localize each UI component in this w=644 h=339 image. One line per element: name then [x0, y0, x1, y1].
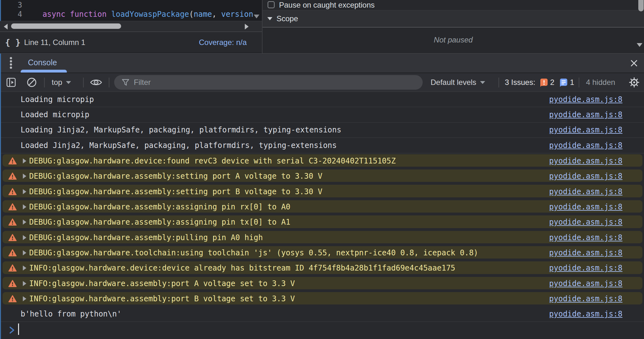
scrollbar-left-arrow[interactable] [4, 24, 8, 29]
console-message-text: Loading micropip [21, 95, 94, 104]
console-tab-bar: Console [0, 54, 644, 73]
source-location-link[interactable]: pyodide.asm.js:8 [549, 157, 622, 165]
issue-message-count: 1 [570, 78, 574, 87]
console-message-row[interactable]: DEBUG:glasgow.hardware.assembly:setting … [0, 169, 644, 184]
expand-arrow-icon[interactable] [23, 235, 26, 240]
console-message-row[interactable]: DEBUG:glasgow.hardware.assembly:assignin… [0, 214, 644, 230]
scrollbar-right-arrow[interactable] [245, 24, 249, 29]
warning-icon [8, 295, 17, 303]
source-location-link[interactable]: pyodide.asm.js:8 [549, 233, 622, 242]
create-live-expression-button[interactable] [90, 73, 102, 92]
issues-counter[interactable]: 3 Issues: 2 1 [505, 73, 574, 92]
hidden-messages-counter: 4 hidden [586, 73, 615, 92]
console-message-row[interactable]: DEBUG:glasgow.hardware.device:found revC… [0, 153, 644, 169]
coverage-link[interactable]: Coverage: n/a [199, 38, 247, 47]
javascript-context-selector[interactable]: top [52, 73, 71, 92]
console-message-text: Loaded Jinja2, MarkupSafe, packaging, pl… [21, 141, 337, 150]
console-message-text: INFO:glasgow.hardware.assembly:port B vo… [29, 294, 295, 303]
pretty-print-icon[interactable]: { } [5, 37, 21, 47]
tab-console[interactable]: Console [21, 54, 67, 73]
source-location-link[interactable]: pyodide.asm.js:8 [549, 310, 622, 318]
more-options-icon[interactable] [10, 57, 12, 69]
editor-horizontal-scrollbar[interactable] [0, 21, 262, 32]
console-prompt[interactable] [0, 322, 644, 338]
console-message-text: DEBUG:glasgow.hardware.toolchain:using t… [29, 248, 478, 257]
sidebar-scrollbar-down-arrow[interactable] [637, 43, 642, 47]
source-location-link[interactable]: pyodide.asm.js:8 [549, 125, 622, 134]
filter-field[interactable] [114, 75, 423, 90]
source-location-link[interactable]: pyodide.asm.js:8 [549, 187, 622, 196]
console-messages: Loading micropip pyodide.asm.js:8 Loaded… [0, 92, 644, 339]
scope-section-header[interactable]: Scope [263, 10, 644, 28]
log-levels-label: Default levels [431, 78, 476, 87]
console-message-row[interactable]: b'hello from python\n' pyodide.asm.js:8 [0, 306, 644, 322]
editor-focus-edge [0, 0, 1, 21]
chevron-down-icon [267, 17, 272, 20]
code-line-text: async function loadYowaspPackage(name, v… [33, 10, 253, 19]
code-line-3: 3 [0, 0, 22, 10]
clear-console-button[interactable] [27, 73, 37, 92]
source-location-link[interactable]: pyodide.asm.js:8 [549, 95, 622, 104]
console-message-text: DEBUG:glasgow.hardware.device:found revC… [29, 157, 396, 165]
toolbar-separator [83, 78, 84, 87]
console-message-row[interactable]: DEBUG:glasgow.hardware.assembly:pulling … [0, 230, 644, 245]
console-message-text: Loaded micropip [21, 110, 89, 119]
source-location-link[interactable]: pyodide.asm.js:8 [549, 141, 622, 150]
line-number: 3 [0, 1, 22, 10]
sources-pane: 3 4 async function loadYowaspPackage(nam… [0, 0, 263, 53]
console-message-row[interactable]: DEBUG:glasgow.hardware.assembly:setting … [0, 184, 644, 199]
console-message-row[interactable]: Loading Jinja2, MarkupSafe, packaging, p… [0, 123, 644, 138]
not-paused-status: Not paused [434, 35, 473, 44]
sidebar-scrollbar-thumb[interactable] [638, 0, 644, 11]
toolbar-separator [44, 78, 45, 87]
log-levels-dropdown[interactable]: Default levels [431, 73, 485, 92]
source-location-link[interactable]: pyodide.asm.js:8 [549, 279, 622, 288]
console-message-row[interactable]: Loaded micropip pyodide.asm.js:8 [0, 107, 644, 122]
active-tab-underline [21, 70, 67, 73]
filter-input[interactable] [134, 78, 423, 87]
console-message-row[interactable]: INFO:glasgow.hardware.device:device alre… [0, 260, 644, 276]
source-location-link[interactable]: pyodide.asm.js:8 [549, 110, 622, 119]
source-location-link[interactable]: pyodide.asm.js:8 [549, 202, 622, 211]
console-focus-edge [0, 54, 1, 339]
console-message-text: Loading Jinja2, MarkupSafe, packaging, p… [21, 125, 341, 134]
expand-arrow-icon[interactable] [23, 265, 26, 271]
toolbar-separator [109, 78, 109, 87]
source-location-link[interactable]: pyodide.asm.js:8 [549, 172, 622, 181]
expand-arrow-icon[interactable] [23, 250, 26, 255]
expand-arrow-icon[interactable] [23, 281, 26, 286]
expand-arrow-icon[interactable] [23, 204, 26, 209]
console-message-row[interactable]: Loading micropip pyodide.asm.js:8 [0, 92, 644, 107]
console-message-row[interactable]: DEBUG:glasgow.hardware.assembly:assignin… [0, 199, 644, 214]
warning-icon [8, 280, 17, 287]
scope-content: Not paused [263, 28, 644, 52]
expand-arrow-icon[interactable] [23, 220, 26, 225]
console-settings-button[interactable] [629, 73, 640, 92]
source-location-link[interactable]: pyodide.asm.js:8 [549, 248, 622, 257]
console-message-text: DEBUG:glasgow.hardware.assembly:setting … [29, 172, 322, 181]
expand-arrow-icon[interactable] [23, 158, 26, 163]
show-console-sidebar-button[interactable] [6, 73, 16, 92]
expand-arrow-icon[interactable] [23, 189, 26, 194]
debugger-sidebar: Pause on caught exceptions Scope Not pau… [263, 0, 644, 53]
expand-arrow-icon[interactable] [23, 174, 26, 179]
expand-arrow-icon[interactable] [23, 296, 26, 301]
pause-on-caught-checkbox[interactable] [268, 1, 275, 8]
source-location-link[interactable]: pyodide.asm.js:8 [549, 264, 622, 272]
scrollbar-thumb[interactable] [11, 23, 121, 29]
toolbar-separator [579, 78, 579, 87]
console-message-text: DEBUG:glasgow.hardware.assembly:setting … [29, 187, 322, 196]
source-location-link[interactable]: pyodide.asm.js:8 [549, 218, 622, 227]
source-location-link[interactable]: pyodide.asm.js:8 [549, 294, 622, 303]
close-icon[interactable] [630, 59, 638, 67]
code-editor[interactable]: 3 4 async function loadYowaspPackage(nam… [0, 0, 262, 21]
warning-icon [8, 203, 17, 211]
console-message-row[interactable]: INFO:glasgow.hardware.assembly:port B vo… [0, 291, 644, 306]
console-message-row[interactable]: INFO:glasgow.hardware.assembly:port A vo… [0, 276, 644, 291]
warning-icon [8, 188, 17, 195]
editor-scrollbar-down-arrow[interactable] [254, 15, 259, 18]
console-message-row[interactable]: Loaded Jinja2, MarkupSafe, packaging, pl… [0, 138, 644, 153]
pause-on-caught-row: Pause on caught exceptions [263, 0, 644, 10]
console-message-row[interactable]: DEBUG:glasgow.hardware.toolchain:using t… [0, 245, 644, 260]
line-number: 4 [0, 10, 22, 19]
